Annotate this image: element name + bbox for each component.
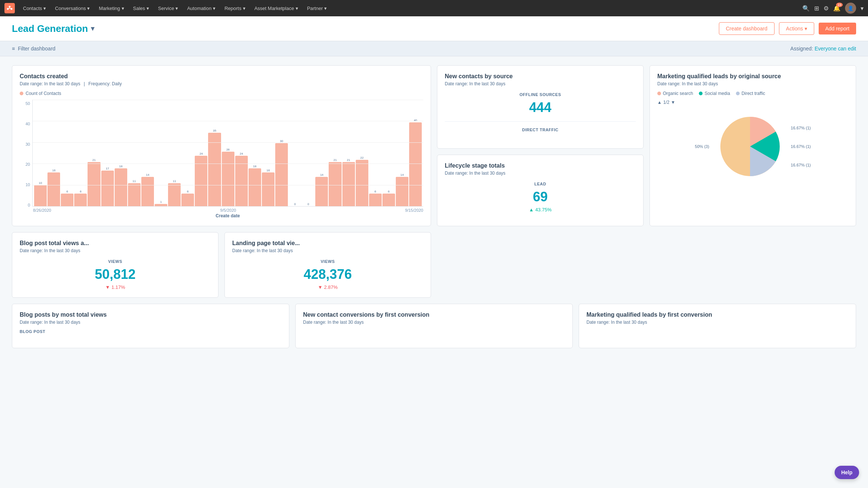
mql-title: Marketing qualified leads by original so… xyxy=(657,73,848,80)
landing-views-label: VIEWS xyxy=(232,259,423,264)
notifications-icon[interactable]: 🔔 19 xyxy=(833,5,841,12)
blog-post-title: Blog post total views a... xyxy=(20,240,211,247)
social-media-dot xyxy=(699,92,703,95)
bar-col: 21 xyxy=(88,101,100,206)
pie-legend-organic: Organic search xyxy=(657,91,693,96)
contacts-created-title: Contacts created xyxy=(20,73,423,80)
conversions-title: New contact conversions by first convers… xyxy=(303,311,565,318)
pie-legend: Organic search Social media Direct traff… xyxy=(657,91,848,96)
add-report-button[interactable]: Add report xyxy=(819,23,856,34)
new-contacts-title: New contacts by source xyxy=(445,73,636,80)
x-axis-title: Create date xyxy=(32,213,423,218)
bar-col: 10 xyxy=(34,101,47,206)
direct-traffic-label: DIRECT TRAFFIC xyxy=(445,128,636,132)
blog-most-views-subtitle: Date range: In the last 30 days xyxy=(20,320,282,325)
pie-next-icon[interactable]: ▼ xyxy=(671,100,675,105)
down-arrow-icon-2: ▼ xyxy=(318,284,323,290)
top-grid: Contacts created Date range: In the last… xyxy=(12,65,856,298)
bar-col: 22 xyxy=(356,101,368,206)
filter-bar: ≡ Filter dashboard Assigned: Everyone ca… xyxy=(0,41,868,56)
nav-reports[interactable]: Reports ▾ xyxy=(221,4,249,13)
page-title-container: Lead Generation ▾ xyxy=(12,23,719,34)
contacts-created-subtitle: Date range: In the last 30 days | Freque… xyxy=(20,81,423,86)
settings-icon[interactable]: ⚙ xyxy=(823,5,829,12)
landing-views-value: 428,376 xyxy=(232,267,423,282)
bar-col: 14 xyxy=(141,101,154,206)
bar-col: 14 xyxy=(315,101,328,206)
landing-page-subtitle: Date range: In the last 30 days xyxy=(232,248,423,253)
nav-sales[interactable]: Sales ▾ xyxy=(129,4,153,13)
title-dropdown-icon[interactable]: ▾ xyxy=(91,24,94,33)
header-actions: Create dashboard Actions ▾ Add report xyxy=(719,22,856,35)
pie-chart-container: 50% (3) 16.67% (1) 16.67% (1) 16.67% (1) xyxy=(657,109,848,184)
nav-automation[interactable]: Automation ▾ xyxy=(183,4,219,13)
bar-col: 6 xyxy=(382,101,395,206)
pie-prev-icon[interactable]: ▲ xyxy=(657,100,662,105)
page-title: Lead Generation xyxy=(12,23,88,34)
contacts-created-card: Contacts created Date range: In the last… xyxy=(12,65,431,226)
new-contacts-subtitle: Date range: In the last 30 days xyxy=(445,81,636,86)
bar-col: 16 xyxy=(47,101,60,206)
pie-legend-direct: Direct traffic xyxy=(736,91,765,96)
lifecycle-stage-card: Lifecycle stage totals Date range: In th… xyxy=(437,155,644,226)
search-icon[interactable]: 🔍 xyxy=(802,5,810,12)
filter-icon: ≡ xyxy=(12,46,15,52)
lifecycle-stage-title: Lifecycle stage totals xyxy=(445,162,636,169)
bar-col: 17 xyxy=(101,101,114,206)
actions-button[interactable]: Actions ▾ xyxy=(779,22,814,35)
bar-col: 6 xyxy=(181,101,194,206)
nav-asset-marketplace[interactable]: Asset Marketplace ▾ xyxy=(251,4,302,13)
user-avatar[interactable]: 👤 xyxy=(845,3,856,14)
assigned-section: Assigned: Everyone can edit xyxy=(790,46,856,52)
bar-col: 6 xyxy=(369,101,382,206)
nav-service[interactable]: Service ▾ xyxy=(154,4,182,13)
nav-partner[interactable]: Partner ▾ xyxy=(303,4,331,13)
dashboard-main: Contacts created Date range: In the last… xyxy=(0,56,868,357)
nav-conversations[interactable]: Conversations ▾ xyxy=(51,4,93,13)
bar-col: 18 xyxy=(115,101,127,206)
lead-change: ▲ 43.75% xyxy=(445,207,636,212)
landing-page-views-card: Landing page total vie... Date range: In… xyxy=(224,232,431,298)
landing-views-change: ▼ 2.87% xyxy=(232,284,423,290)
bar-col: 0 xyxy=(289,101,301,206)
direct-traffic-dot xyxy=(736,92,740,95)
account-chevron-icon[interactable]: ▾ xyxy=(861,5,864,12)
create-dashboard-button[interactable]: Create dashboard xyxy=(719,22,775,35)
bar-col: 14 xyxy=(396,101,408,206)
hubspot-logo[interactable] xyxy=(4,3,15,13)
mql-subtitle: Date range: In the last 30 days xyxy=(657,81,848,86)
bar-col: 0 xyxy=(302,101,315,206)
bottom-grid: Blog posts by most total views Date rang… xyxy=(12,304,856,348)
notification-badge: 19 xyxy=(836,3,843,7)
blog-post-views-card: Blog post total views a... Date range: I… xyxy=(12,232,218,298)
offline-sources-label: OFFLINE SOURCES xyxy=(445,92,636,97)
lead-value: 69 xyxy=(445,189,636,205)
nav-contacts[interactable]: Contacts ▾ xyxy=(19,4,50,13)
page-header: Lead Generation ▾ Create dashboard Actio… xyxy=(0,16,868,41)
chart-legend: Count of Contacts xyxy=(20,91,423,96)
organic-search-dot xyxy=(657,92,661,95)
bar-col: 1 xyxy=(155,101,167,206)
filter-dashboard-button[interactable]: ≡ Filter dashboard xyxy=(12,46,55,52)
nav-marketing[interactable]: Marketing ▾ xyxy=(95,4,128,13)
new-contacts-by-source-card: New contacts by source Date range: In th… xyxy=(437,65,644,149)
pie-label-mid-right: 16.67% (1) xyxy=(791,144,811,149)
assigned-link[interactable]: Everyone can edit xyxy=(815,46,856,52)
new-contact-conversions-card: New contact conversions by first convers… xyxy=(295,304,573,348)
bar-col: 35 xyxy=(208,101,221,206)
marketplace-icon[interactable]: ⊞ xyxy=(814,5,819,12)
bar-col: 24 xyxy=(235,101,248,206)
bar-col: 16 xyxy=(262,101,274,206)
mql-first-title: Marketing qualified leads by first conve… xyxy=(586,311,848,318)
down-arrow-icon: ▼ xyxy=(105,284,110,290)
bar-col: 30 xyxy=(275,101,288,206)
bar-col: 11 xyxy=(168,101,181,206)
mql-first-conversion-card: Marketing qualified leads by first conve… xyxy=(579,304,856,348)
legend-dot xyxy=(20,92,23,95)
bar-chart-container: 50 40 30 20 10 0 xyxy=(20,100,423,218)
pie-label-top-right: 16.67% (1) xyxy=(791,126,811,130)
pie-label-50pct: 50% (3) xyxy=(695,144,709,149)
bar-col: 21 xyxy=(329,101,341,206)
landing-page-title: Landing page total vie... xyxy=(232,240,423,247)
bar-col: 11 xyxy=(128,101,141,206)
